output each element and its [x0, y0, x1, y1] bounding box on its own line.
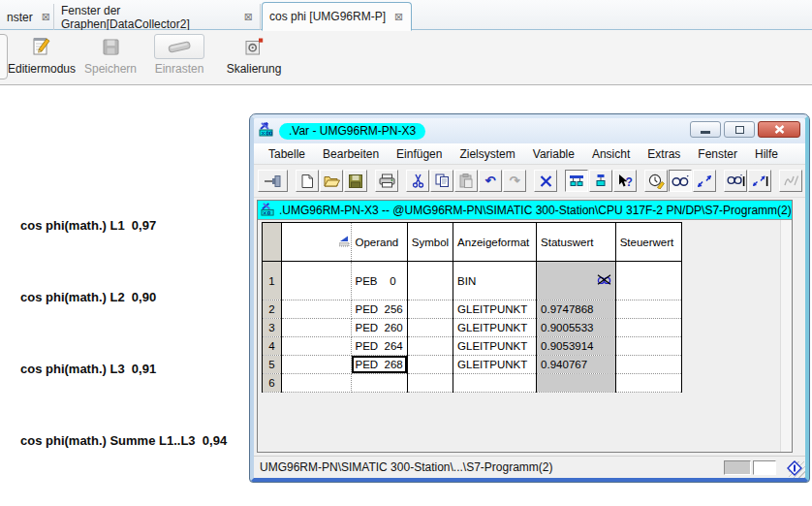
- format-cell[interactable]: GLEITPUNKT: [453, 319, 537, 337]
- operand-cell[interactable]: PEB 0: [351, 262, 407, 300]
- format-cell[interactable]: GLEITPUNKT: [453, 356, 537, 374]
- monitor-variables-button[interactable]: [669, 170, 692, 192]
- column-operand[interactable]: Operand: [351, 223, 407, 262]
- paste-button[interactable]: [454, 170, 478, 192]
- cut-button[interactable]: [406, 170, 429, 192]
- menu-variable[interactable]: Variable: [524, 145, 583, 163]
- statuswert-cell[interactable]: 0.940767: [537, 356, 616, 374]
- row-number[interactable]: 6: [263, 374, 282, 393]
- steuerwert-cell[interactable]: [615, 337, 681, 356]
- statuswert-cell[interactable]: 0.9005533: [537, 319, 616, 337]
- editiermodus-button[interactable]: Editiermodus: [10, 33, 74, 76]
- delete-button[interactable]: [534, 170, 557, 192]
- configured-connection-button[interactable]: [589, 170, 612, 192]
- print-button[interactable]: [375, 170, 398, 192]
- marker-cell[interactable]: [282, 374, 352, 393]
- new-button[interactable]: [296, 170, 319, 192]
- speichern-button[interactable]: Speichern: [81, 33, 140, 76]
- glasses-once-icon: [727, 174, 745, 187]
- menu-extras[interactable]: Extras: [639, 145, 689, 163]
- tab-fenster-partial[interactable]: nster ⊠: [0, 4, 54, 30]
- redo-button[interactable]: ↷: [503, 170, 526, 192]
- row-number[interactable]: 2: [263, 300, 282, 319]
- row-number[interactable]: 5: [263, 356, 282, 374]
- symbol-cell[interactable]: [407, 337, 453, 356]
- operand-cell[interactable]: PED 256: [351, 300, 407, 319]
- monitor-once-button[interactable]: [724, 170, 747, 192]
- copy-button[interactable]: [430, 170, 453, 192]
- tab-fenster-der-graphen[interactable]: Fenster der Graphen[DataCollector2] ⊠: [54, 4, 261, 30]
- row-number[interactable]: 3: [263, 319, 282, 337]
- vat-doc-icon: [261, 202, 275, 219]
- save-button[interactable]: [344, 170, 367, 192]
- modify-variables-button[interactable]: [693, 170, 716, 192]
- symbol-cell[interactable]: [407, 319, 453, 337]
- vat-document-title: .UMG96RM-PN-X3 -- @UMG96RM-PN\SIMATIC 30…: [279, 204, 792, 217]
- undo-button[interactable]: ↶: [479, 170, 502, 192]
- pin-icon: [264, 174, 283, 188]
- close-button[interactable]: [758, 121, 800, 138]
- status-connection-button[interactable]: [565, 170, 588, 192]
- operand-cell[interactable]: [351, 374, 407, 393]
- vat-titlebar[interactable]: .Var - UMG96RM-PN-X3: [254, 118, 805, 143]
- operand-cell-selected[interactable]: PED 268: [351, 356, 407, 374]
- format-cell[interactable]: GLEITPUNKT: [453, 337, 537, 356]
- column-symbol[interactable]: Symbol: [407, 223, 453, 262]
- format-cell[interactable]: [453, 374, 537, 393]
- menu-fenster[interactable]: Fenster: [689, 145, 746, 163]
- tab-close-icon[interactable]: ⊠: [244, 12, 253, 22]
- menu-einfuegen[interactable]: Einfügen: [388, 145, 451, 163]
- steuerwert-cell[interactable]: [615, 319, 681, 337]
- einrasten-button[interactable]: Einrasten: [151, 33, 207, 76]
- modify-once-button[interactable]: [748, 170, 771, 192]
- marker-cell[interactable]: [282, 337, 352, 356]
- marker-cell[interactable]: [282, 356, 352, 374]
- symbol-cell[interactable]: [407, 300, 453, 319]
- menu-hilfe[interactable]: Hilfe: [746, 145, 787, 163]
- format-cell[interactable]: BIN: [453, 262, 537, 300]
- delete-x-icon: [540, 175, 552, 187]
- tab-close-icon[interactable]: ⊠: [394, 12, 403, 22]
- help-cursor-icon: ?: [617, 174, 633, 188]
- steuerwert-cell[interactable]: [615, 374, 681, 393]
- format-cell[interactable]: GLEITPUNKT: [453, 300, 537, 319]
- monitor-trigger-button[interactable]: [644, 170, 668, 192]
- statuswert-cell[interactable]: 0.9053914: [537, 337, 616, 356]
- operand-cell[interactable]: PED 264: [351, 337, 407, 356]
- marker-cell[interactable]: [282, 262, 352, 300]
- operand-cell[interactable]: PED 260: [351, 319, 407, 337]
- menu-zielsystem[interactable]: Zielsystem: [451, 145, 523, 163]
- marker-cell[interactable]: [282, 319, 352, 337]
- statuswert-cell[interactable]: [537, 374, 616, 393]
- tab-cos-phi[interactable]: cos phi [UMG96RM-P] ⊠: [262, 2, 412, 31]
- operate-button[interactable]: [779, 170, 802, 192]
- open-button[interactable]: [320, 170, 343, 192]
- vertical-scrollbar[interactable]: [780, 220, 792, 452]
- steuerwert-cell[interactable]: [615, 262, 681, 300]
- column-anzeigeformat[interactable]: Anzeigeformat: [453, 223, 537, 262]
- pin-button[interactable]: [258, 170, 288, 192]
- steuerwert-cell[interactable]: [615, 356, 681, 374]
- minimize-button[interactable]: [690, 121, 721, 138]
- symbol-cell[interactable]: [407, 374, 453, 393]
- vat-document-titlebar[interactable]: .UMG96RM-PN-X3 -- @UMG96RM-PN\SIMATIC 30…: [258, 201, 792, 220]
- column-steuerwert[interactable]: Steuerwert: [615, 223, 681, 262]
- statuswert-cell[interactable]: [537, 262, 616, 300]
- column-statuswert[interactable]: Statuswert: [537, 223, 616, 262]
- help-cursor-button[interactable]: ?: [613, 170, 637, 192]
- menu-tabelle[interactable]: Tabelle: [260, 145, 314, 163]
- statuswert-cell[interactable]: 0.9747868: [537, 300, 616, 319]
- symbol-cell[interactable]: [407, 262, 453, 300]
- marker-column-header[interactable]: [282, 223, 352, 262]
- marker-cell[interactable]: [282, 300, 352, 319]
- restore-button[interactable]: [724, 121, 755, 138]
- symbol-cell[interactable]: [407, 356, 453, 374]
- tab-close-icon[interactable]: ⊠: [42, 12, 50, 22]
- skalierung-button[interactable]: Skalierung: [223, 33, 285, 76]
- steuerwert-cell[interactable]: [615, 300, 681, 319]
- row-number-header[interactable]: [263, 223, 282, 262]
- row-number[interactable]: 4: [263, 337, 282, 356]
- menu-ansicht[interactable]: Ansicht: [583, 145, 639, 163]
- menu-bearbeiten[interactable]: Bearbeiten: [314, 145, 388, 163]
- row-number[interactable]: 1: [263, 262, 282, 300]
